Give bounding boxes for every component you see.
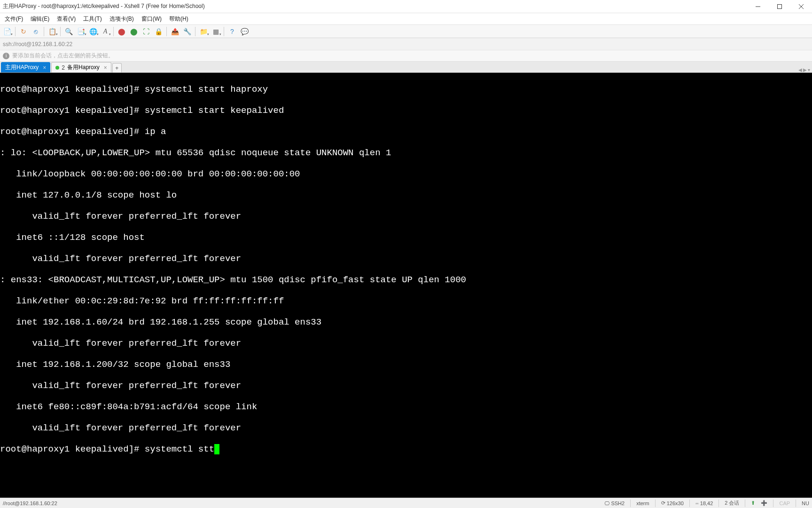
font-icon: A bbox=[103, 28, 108, 35]
globe-icon: 🌐 bbox=[89, 28, 97, 35]
wrench-icon: 🔧 bbox=[183, 28, 191, 35]
status-separator bbox=[773, 500, 773, 507]
transfer-button[interactable]: 📤 bbox=[170, 26, 180, 37]
disconnect-button[interactable]: ⎋ bbox=[31, 26, 41, 37]
status-separator bbox=[689, 500, 690, 507]
hint-text: 要添加当前会话，点击左侧的箭头按钮。 bbox=[12, 52, 114, 60]
status-num-lock: NU bbox=[802, 500, 809, 506]
menu-tabs[interactable]: 选项卡(B) bbox=[106, 14, 138, 24]
transfer-icon: 📤 bbox=[171, 28, 179, 35]
info-icon: i bbox=[3, 53, 9, 59]
copy-button[interactable]: 📑 bbox=[76, 26, 86, 37]
tab-close-icon[interactable]: × bbox=[41, 64, 46, 71]
help-button[interactable]: ? bbox=[227, 26, 237, 37]
terminal-pane[interactable]: root@haproxy1 keepalived]# systemctl sta… bbox=[0, 73, 812, 498]
session-tab-active[interactable]: 主用HAProxy × bbox=[1, 62, 50, 72]
window-controls bbox=[747, 0, 812, 13]
hint-bar: i 要添加当前会话，点击左侧的箭头按钮。 bbox=[0, 50, 812, 62]
toolbar: 📄 ↻ ⎋ 📋 🔍 📑 🌐 A ⬤ ⬤ ⛶ 🔒 📤 🔧 📁 ▦ ? 💬 bbox=[0, 25, 812, 38]
terminal-line: inet6 ::1/128 scope host bbox=[0, 232, 812, 243]
refresh-icon: ↻ bbox=[21, 28, 26, 35]
search-icon: 🔍 bbox=[65, 28, 73, 35]
terminal-line: : lo: <LOOPBACK,UP,LOWER_UP> mtu 65536 q… bbox=[0, 148, 812, 159]
tab-prev-icon[interactable]: ◀ bbox=[798, 67, 802, 72]
status-up-icon[interactable]: ⬆ bbox=[751, 500, 755, 506]
menu-help[interactable]: 帮助(H) bbox=[165, 14, 192, 24]
terminal-line: root@haproxy1 keepalived]# ip a bbox=[0, 127, 812, 137]
session-tab-label: 主用HAProxy bbox=[5, 64, 39, 71]
terminal-line: inet 192.168.1.200/32 scope global ens33 bbox=[0, 359, 812, 370]
toolbar-separator bbox=[60, 27, 61, 36]
toolbar-separator bbox=[113, 27, 114, 36]
menu-tools[interactable]: 工具(T) bbox=[79, 14, 105, 24]
status-bar: //root@192.168.1.60:22 🖵SSH2 xterm ⟳126x… bbox=[0, 498, 812, 508]
paste-button[interactable]: 🌐 bbox=[88, 26, 98, 37]
script-button[interactable]: ⬤ bbox=[129, 26, 139, 37]
terminal-line: link/loopback 00:00:00:00:00:00 brd 00:0… bbox=[0, 169, 812, 180]
grid-icon: ▦ bbox=[213, 28, 219, 35]
status-ssh: 🖵SSH2 bbox=[604, 500, 625, 506]
status-term-type: xterm bbox=[636, 500, 649, 506]
terminal-line: link/ether 00:0c:29:8d:7e:92 brd ff:ff:f… bbox=[0, 296, 812, 307]
chat-button[interactable]: 💬 bbox=[239, 26, 250, 37]
fullscreen-button[interactable]: ⛶ bbox=[141, 26, 151, 37]
minimize-button[interactable] bbox=[747, 0, 769, 13]
toolbar-separator bbox=[44, 27, 44, 36]
terminal-line: inet 192.168.1.60/24 brd 192.168.1.255 s… bbox=[0, 317, 812, 328]
terminal-line: : ens33: <BROADCAST,MULTICAST,UP,LOWER_U… bbox=[0, 275, 812, 286]
document-plus-icon: 📄 bbox=[3, 28, 11, 35]
window-titlebar: 主用HAProxy - root@haproxy1:/etc/keepalive… bbox=[0, 0, 812, 13]
terminal-line: valid_lft forever preferred_lft forever bbox=[0, 211, 812, 222]
status-sessions: 2 会话 bbox=[725, 500, 739, 507]
terminal-line: valid_lft forever preferred_lft forever bbox=[0, 381, 812, 391]
session-tab-2[interactable]: 2 备用Haproxy × bbox=[51, 62, 111, 72]
quick-command-button[interactable]: ⬤ bbox=[117, 26, 127, 37]
lock-button[interactable]: 🔒 bbox=[153, 26, 164, 37]
maximize-button[interactable] bbox=[769, 0, 790, 13]
status-separator bbox=[655, 500, 656, 507]
find-button[interactable]: 🔍 bbox=[63, 26, 74, 37]
status-size: ⟳126x30 bbox=[661, 500, 684, 506]
svg-rect-1 bbox=[778, 4, 782, 8]
menu-window[interactable]: 窗口(W) bbox=[138, 14, 165, 24]
cursor-pos-icon: ⎓ bbox=[695, 500, 699, 506]
address-text: ssh://root@192.168.1.60:22 bbox=[3, 41, 72, 48]
menu-edit[interactable]: 编辑(E) bbox=[27, 14, 53, 24]
bolt-icon: ⬤ bbox=[118, 28, 125, 35]
terminal-line: root@haproxy1 keepalived]# systemctl sta… bbox=[0, 105, 812, 116]
chat-icon: 💬 bbox=[241, 28, 249, 35]
status-down-icon[interactable]: ➕ bbox=[761, 500, 767, 506]
status-dot-icon bbox=[55, 66, 59, 70]
menu-view[interactable]: 查看(V) bbox=[53, 14, 79, 24]
session-tab-bar: 主用HAProxy × 2 备用Haproxy × + ◀ ▶ ▾ bbox=[0, 62, 812, 73]
properties-button[interactable]: 📋 bbox=[47, 26, 57, 37]
reconnect-button[interactable]: ↻ bbox=[18, 26, 29, 37]
toolbar-separator bbox=[166, 27, 167, 36]
terminal-line: inet6 fe80::c89f:804a:b791:acfd/64 scope… bbox=[0, 402, 812, 413]
add-tab-button[interactable]: + bbox=[112, 63, 122, 72]
terminal-prompt-line: root@haproxy1 keepalived]# systemctl stt bbox=[0, 444, 812, 455]
terminal-line: root@haproxy1 keepalived]# systemctl sta… bbox=[0, 84, 812, 95]
font-button[interactable]: A bbox=[100, 26, 110, 37]
status-path: //root@192.168.1.60:22 bbox=[3, 500, 604, 506]
address-bar[interactable]: ssh://root@192.168.1.60:22 bbox=[0, 38, 812, 50]
xftp-button[interactable]: 🔧 bbox=[182, 26, 192, 37]
session-tab-number: 2 bbox=[62, 64, 65, 71]
close-button[interactable] bbox=[790, 0, 812, 13]
terminal-line: inet 127.0.0.1/8 scope host lo bbox=[0, 190, 812, 201]
plus-icon: + bbox=[115, 65, 118, 71]
terminal-line: valid_lft forever preferred_lft forever bbox=[0, 254, 812, 264]
new-session-button[interactable]: 📄 bbox=[2, 26, 12, 37]
menu-file[interactable]: 文件(F) bbox=[1, 14, 27, 24]
toolbar-separator bbox=[224, 27, 224, 36]
tab-close-icon[interactable]: × bbox=[102, 64, 107, 71]
layout-button[interactable]: ▦ bbox=[211, 26, 221, 37]
tab-list-icon[interactable]: ▾ bbox=[808, 67, 810, 72]
toolbar-separator bbox=[195, 27, 195, 36]
tab-next-icon[interactable]: ▶ bbox=[803, 67, 807, 72]
tab-nav: ◀ ▶ ▾ bbox=[798, 67, 812, 72]
toolbar-separator bbox=[15, 27, 16, 36]
status-cursor-pos: ⎓18,42 bbox=[695, 500, 713, 506]
folder-button[interactable]: 📁 bbox=[198, 26, 209, 37]
status-separator bbox=[796, 500, 796, 507]
